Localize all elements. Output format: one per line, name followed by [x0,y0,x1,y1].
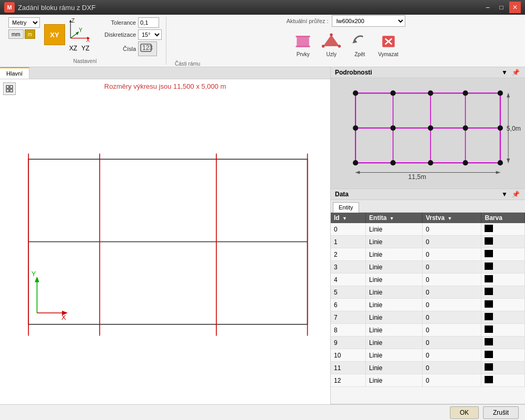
xz-label[interactable]: XZ [69,45,77,52]
cell-vrstva: 0 [422,337,481,349]
diskretizace-select[interactable]: 15° 30° 45° [138,29,162,40]
m-button[interactable]: m [25,29,35,39]
svg-text:Z: Z [71,18,75,24]
data-dropdown-button[interactable]: ▼ [500,191,509,198]
cell-vrstva: 0 [422,349,481,362]
svg-point-45 [428,90,433,96]
podrobnosti-section: Podrobnosti ▼ 📌 [331,67,525,189]
cell-entita: Linie [366,286,423,299]
data-pin-button[interactable]: 📌 [511,191,521,198]
cell-barva [481,337,525,349]
cisla-icon-button[interactable]: 123 [138,41,157,56]
canvas-area: Hlavní Rozměry výkresu jsou 11,500 x 5,0… [0,67,331,404]
col-entita[interactable]: Entita ▼ [366,213,423,223]
table-row[interactable]: 11 Linie 0 [331,362,525,374]
cell-id: 9 [331,337,366,349]
prvky-button[interactable]: Prvky [290,31,316,59]
cell-entita: Linie [366,362,423,374]
maximize-button[interactable]: □ [496,2,507,13]
data-table-wrap[interactable]: Id ▼ Entita ▼ Vrstva ▼ Barva 0 Linie 0 1… [331,213,525,404]
bottom-bar: OK Zrušit [0,404,525,420]
table-row[interactable]: 1 Linie 0 [331,236,525,248]
uzly-label: Uzly [327,51,337,57]
color-swatch [485,275,493,282]
table-row[interactable]: 8 Linie 0 [331,324,525,337]
table-header-row: Id ▼ Entita ▼ Vrstva ▼ Barva [331,213,525,223]
cell-vrstva: 0 [422,261,481,274]
podrobnosti-pin-button[interactable]: 📌 [511,69,521,76]
table-row[interactable]: 10 Linie 0 [331,349,525,362]
svg-point-17 [322,45,324,47]
vymazat-label: Vymazat [378,51,398,57]
podrobnosti-controls: ▼ 📌 [500,69,521,76]
diskretizace-row: Diskretizace 15° 30° 45° [97,29,162,40]
table-row[interactable]: 5 Linie 0 [331,286,525,299]
close-button[interactable]: ✕ [509,2,521,13]
color-swatch [485,351,493,358]
tab-hlavni[interactable]: Hlavní [0,67,29,79]
cell-vrstva: 0 [422,311,481,324]
table-row[interactable]: 4 Linie 0 [331,274,525,286]
color-swatch [485,363,493,371]
uzly-button[interactable]: Uzly [318,31,344,59]
unit-select[interactable]: Metry Palce [8,17,40,28]
svg-point-49 [391,125,396,131]
table-row[interactable]: 12 Linie 0 [331,374,525,387]
cell-vrstva: 0 [422,286,481,299]
podrobnosti-content: 11,5m 5,0m [331,78,525,188]
minimize-button[interactable]: – [482,2,494,13]
data-section: Data ▼ 📌 Entity Id ▼ Entita ▼ [331,189,525,404]
yz-label[interactable]: YZ [81,45,89,52]
zpet-button[interactable]: Zpět [346,31,373,59]
table-row[interactable]: 2 Linie 0 [331,248,525,261]
title-bar-controls: – □ ✕ [482,2,521,13]
casti-buttons: Prvky Uzly [290,31,402,59]
axis-diagram: Z X Y XZ YZ [66,17,92,52]
nastaveni-content: Metry Palce mm m XY [8,17,162,56]
cell-entita: Linie [366,374,423,387]
cell-vrstva: 0 [422,362,481,374]
color-swatch [485,250,493,257]
svg-point-15 [330,33,333,36]
color-swatch [485,288,493,295]
cell-barva [481,236,525,248]
svg-text:11,5m: 11,5m [408,173,426,181]
svg-rect-13 [296,46,310,47]
entity-tab[interactable]: Entity [333,202,359,213]
axis-main: XY Z X [44,17,92,52]
table-row[interactable]: 9 Linie 0 [331,337,525,349]
cell-id: 3 [331,261,366,274]
podrobnosti-dropdown-button[interactable]: ▼ [500,69,509,76]
data-content: Entity Id ▼ Entita ▼ Vrstva ▼ Barva [331,200,525,404]
unit-group: Metry Palce mm m [8,17,40,39]
svg-point-57 [498,160,503,165]
table-row[interactable]: 0 Linie 0 [331,223,525,236]
window-title: Zadání bloku rámu z DXF [18,4,96,12]
cell-entita: Linie [366,324,423,337]
canvas-content[interactable]: Rozměry výkresu jsou 11,500 x 5,000 m [0,79,330,404]
table-row[interactable]: 3 Linie 0 [331,261,525,274]
tolerance-input[interactable] [138,17,159,28]
casti-ramu-section: Aktuální průřez : Iw600x200 Prvky [171,17,521,65]
prurez-select[interactable]: Iw600x200 [332,15,405,27]
cisla-label: Čísla [97,46,136,52]
toolbar: Metry Palce mm m XY [0,15,525,67]
app-logo: M [4,2,15,13]
aktualni-label: Aktuální průřez : [286,18,328,24]
svg-text:5,0m: 5,0m [507,125,521,132]
zrusit-button[interactable]: Zrušit [483,406,519,419]
table-row[interactable]: 7 Linie 0 [331,311,525,324]
cell-entita: Linie [366,261,423,274]
vymazat-button[interactable]: Vymazat [375,31,402,59]
drawing-canvas[interactable]: Y X [0,79,330,404]
mm-button[interactable]: mm [8,29,24,39]
table-row[interactable]: 6 Linie 0 [331,299,525,311]
col-vrstva[interactable]: Vrstva ▼ [422,213,481,223]
axis-labels: XZ YZ [69,45,90,52]
col-barva[interactable]: Barva [481,213,525,223]
cell-vrstva: 0 [422,299,481,311]
xy-axis-button[interactable]: XY [44,24,65,45]
col-id[interactable]: Id ▼ [331,213,366,223]
axis-svg: Z X Y [66,17,92,44]
ok-button[interactable]: OK [450,406,479,419]
